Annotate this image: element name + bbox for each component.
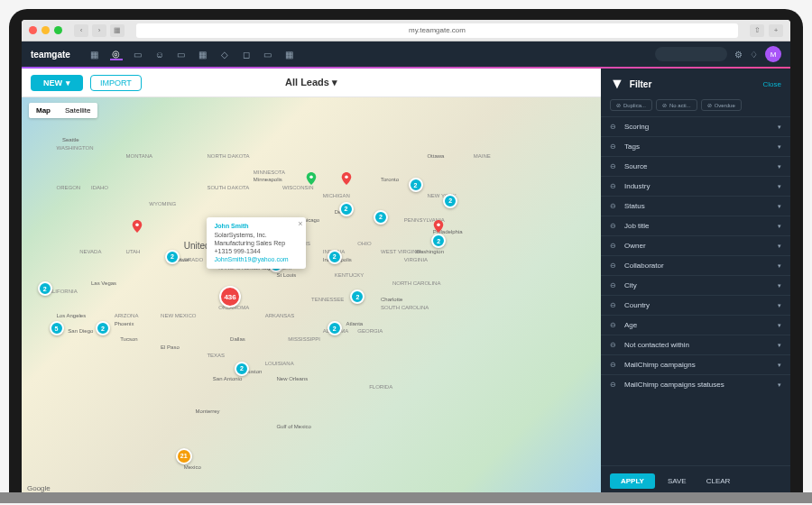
- close-icon[interactable]: ×: [298, 219, 302, 228]
- nav-deals-icon[interactable]: ▭: [175, 48, 188, 60]
- maximize-window-icon[interactable]: [54, 26, 62, 34]
- nav-calendar-icon[interactable]: ▦: [197, 48, 209, 60]
- minimize-window-icon[interactable]: [42, 26, 50, 34]
- share-icon[interactable]: ⇧: [750, 24, 764, 37]
- map-marker[interactable]: 436: [219, 286, 241, 308]
- city-label: Atlanta: [346, 321, 364, 326]
- map-marker[interactable]: 2: [165, 250, 180, 264]
- save-button[interactable]: SAVE: [660, 473, 694, 489]
- bell-icon[interactable]: ♢: [750, 50, 758, 60]
- state-label: MONTANA: [126, 153, 153, 159]
- popup-role: Manufacturing Sales Rep: [214, 239, 299, 247]
- map-marker[interactable]: 5: [50, 321, 64, 335]
- chevron-down-icon: ▾: [778, 322, 781, 329]
- state-label: LOUISIANA: [265, 361, 294, 366]
- nav-reports-icon[interactable]: ▭: [262, 48, 274, 60]
- nav-contacts-icon[interactable]: ▭: [132, 48, 144, 60]
- search-input[interactable]: [655, 47, 727, 61]
- map-marker[interactable]: 2: [431, 234, 446, 248]
- nav-leads-icon[interactable]: ◎: [110, 48, 123, 60]
- filter-item[interactable]: ⊖Industry▾: [601, 176, 790, 196]
- map-marker[interactable]: 2: [409, 178, 423, 192]
- filter-item[interactable]: ⊖MailChimp campaigns▾: [601, 354, 790, 374]
- state-label: TENNESSEE: [311, 297, 344, 302]
- filter-item[interactable]: ⊖Scoring▾: [601, 116, 790, 136]
- filter-item[interactable]: ⊖Owner▾: [601, 235, 790, 255]
- state-label: TEXAS: [207, 353, 225, 358]
- state-label: UTAH: [126, 249, 141, 254]
- filter-item-label: Owner: [624, 242, 646, 250]
- map-marker[interactable]: 2: [235, 362, 249, 376]
- map-type-map[interactable]: Map: [29, 103, 58, 118]
- city-label: Dallas: [230, 336, 245, 342]
- city-label: Minneapolis: [254, 177, 282, 182]
- popup-email[interactable]: JohnSmith19@yahoo.com: [214, 255, 299, 263]
- state-label: OREGON: [57, 185, 81, 190]
- map-marker[interactable]: 2: [328, 321, 342, 335]
- map-marker[interactable]: 2: [38, 281, 52, 296]
- nav-more-icon[interactable]: ▦: [283, 48, 296, 60]
- new-tab-icon[interactable]: +: [769, 24, 783, 37]
- map-marker[interactable]: 2: [443, 194, 457, 208]
- settings-icon[interactable]: ⚙: [734, 50, 743, 60]
- city-label: New Orleans: [276, 376, 308, 381]
- avatar[interactable]: M: [765, 46, 781, 62]
- chevron-down-icon: ▾: [778, 223, 781, 230]
- nav-people-icon[interactable]: ☺: [153, 48, 166, 60]
- address-bar[interactable]: my.teamgate.com: [136, 23, 738, 38]
- close-window-icon[interactable]: [29, 26, 37, 34]
- filter-item-label: Status: [624, 202, 645, 210]
- chevron-down-icon: ▾: [778, 302, 781, 309]
- map-pin[interactable]: [305, 172, 318, 185]
- back-button[interactable]: ‹: [74, 24, 88, 37]
- filter-title: Filter: [630, 79, 651, 89]
- map-marker[interactable]: 2: [328, 250, 342, 264]
- filter-chip[interactable]: ⊘Overdue: [701, 99, 742, 111]
- filter-item[interactable]: ⊖Not contacted within▾: [601, 335, 790, 354]
- filter-chip[interactable]: ⊘Duplica...: [610, 99, 652, 111]
- filter-item[interactable]: ⊖Country▾: [601, 295, 790, 315]
- nav-dashboard-icon[interactable]: ▦: [88, 48, 101, 60]
- new-button[interactable]: NEW ▾: [31, 75, 83, 91]
- page-title[interactable]: All Leads ▾: [285, 77, 337, 88]
- filter-item[interactable]: ⊖Job title▾: [601, 216, 790, 235]
- state-label: SOUTH CAROLINA: [381, 305, 429, 310]
- import-button[interactable]: IMPORT: [90, 75, 142, 91]
- city-label: El Paso: [161, 344, 180, 350]
- map-type-satellite[interactable]: Satellite: [58, 103, 97, 118]
- chevron-down-icon: ▾: [66, 78, 70, 87]
- clear-button[interactable]: CLEAR: [699, 473, 738, 489]
- map-marker[interactable]: 21: [176, 448, 192, 464]
- filter-icon: ▼: [610, 76, 624, 92]
- nav-files-icon[interactable]: ◻: [240, 48, 253, 60]
- map-marker[interactable]: 2: [96, 321, 110, 335]
- nav-chat-icon[interactable]: ◇: [218, 48, 231, 60]
- state-label: IDAHO: [91, 185, 108, 190]
- apply-button[interactable]: APPLY: [610, 473, 655, 489]
- filter-item-label: Source: [624, 162, 647, 170]
- filter-item[interactable]: ⊖Source▾: [601, 156, 790, 176]
- map-type-toggle: Map Satellite: [29, 103, 97, 118]
- filter-item[interactable]: ⊖Collaborator▾: [601, 255, 790, 275]
- city-label: Seattle: [62, 137, 79, 142]
- filter-close-link[interactable]: Close: [763, 80, 781, 88]
- map-pin[interactable]: [432, 220, 445, 233]
- filter-item[interactable]: ⊖MailChimp campaigns statuses▾: [601, 374, 790, 394]
- map-marker[interactable]: 2: [374, 210, 388, 225]
- filter-item[interactable]: ⊖Status▾: [601, 196, 790, 216]
- filter-item-label: City: [624, 281, 637, 289]
- filter-chip[interactable]: ⊘No acti...: [656, 99, 697, 111]
- map-marker[interactable]: 2: [339, 202, 354, 216]
- filter-item[interactable]: ⊖Age▾: [601, 315, 790, 335]
- filter-item[interactable]: ⊖Tags▾: [601, 136, 790, 156]
- city-label: Charlotte: [381, 297, 402, 302]
- map-pin[interactable]: [340, 172, 353, 185]
- filter-item-icon: ⊖: [610, 242, 619, 250]
- map-marker[interactable]: 2: [350, 289, 364, 304]
- filter-item[interactable]: ⊖City▾: [601, 275, 790, 295]
- tabs-button[interactable]: ▦: [110, 24, 125, 37]
- map-canvas[interactable]: United States Google WASHINGTONMONTANANO…: [22, 97, 601, 496]
- map-pin[interactable]: [131, 220, 143, 233]
- lead-popup: ×John SmithSolarSystems, Inc.Manufacturi…: [207, 217, 306, 269]
- forward-button[interactable]: ›: [92, 24, 106, 37]
